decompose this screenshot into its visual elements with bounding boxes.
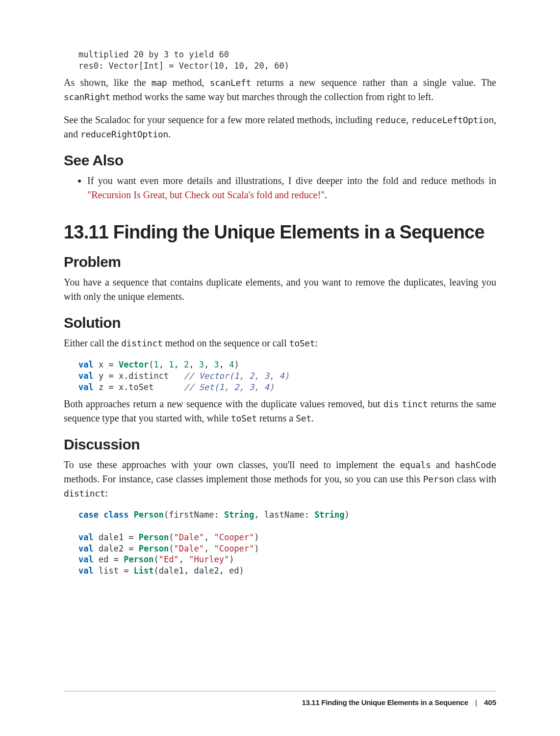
text: methods. For instance, case classes impl… bbox=[64, 473, 423, 484]
text: . bbox=[168, 129, 171, 139]
text: Both approaches return a new sequence wi… bbox=[64, 398, 383, 409]
text: See the Scaladoc for your sequence for a… bbox=[64, 114, 375, 125]
paragraph: To use these approaches with your own cl… bbox=[64, 458, 496, 500]
text: returns a new sequence rather than a sin… bbox=[251, 77, 496, 88]
code-person: Person bbox=[423, 474, 454, 484]
text: As shown, like the bbox=[64, 77, 152, 88]
code-set: Set bbox=[296, 413, 311, 423]
paragraph: Either call the distinct method on the s… bbox=[64, 336, 496, 350]
code-tinct: tinct bbox=[402, 399, 428, 409]
text: : bbox=[105, 488, 108, 499]
text: , bbox=[406, 114, 411, 125]
code-block-person: case class Person(firstName: String, las… bbox=[78, 509, 496, 577]
footer-section-title: 13.11 Finding the Unique Elements in a S… bbox=[302, 698, 468, 707]
text: To use these approaches with your own cl… bbox=[64, 459, 400, 470]
code-reduce: reduce bbox=[375, 115, 406, 125]
code-dis: dis bbox=[383, 399, 399, 409]
bullet-list: If you want even more details and illust… bbox=[64, 174, 496, 202]
page: multiplied 20 by 3 to yield 60 res0: Vec… bbox=[0, 0, 560, 736]
page-number: 405 bbox=[484, 698, 496, 707]
recursion-article-link[interactable]: "Recursion Is Great, but Check out Scala… bbox=[87, 189, 325, 200]
text: Either call the bbox=[64, 338, 121, 348]
code-toset: toSet bbox=[231, 413, 257, 423]
section-title: 13.11 Finding the Unique Elements in a S… bbox=[64, 222, 496, 243]
code-block-distinct: val x = Vector(1, 1, 2, 3, 3, 4) val y =… bbox=[78, 359, 496, 393]
code-hashcode: hashCode bbox=[455, 460, 496, 470]
list-item: If you want even more details and illust… bbox=[87, 174, 496, 202]
paragraph: See the Scaladoc for your sequence for a… bbox=[64, 113, 496, 141]
text: method works the same way but marches th… bbox=[110, 91, 433, 102]
problem-text: You have a sequence that contains duplic… bbox=[64, 275, 496, 304]
code-map: map bbox=[152, 78, 167, 88]
text: : bbox=[315, 338, 318, 348]
text: If you want even more details and illust… bbox=[87, 175, 496, 186]
paragraph: Both approaches return a new sequence wi… bbox=[64, 397, 496, 425]
code-equals: equals bbox=[400, 460, 431, 470]
code-reduceleftoption: reduceLeftOption bbox=[411, 115, 494, 125]
text: class with bbox=[454, 473, 496, 484]
footer-separator: | bbox=[475, 698, 477, 707]
text: method on the sequence or call bbox=[162, 338, 289, 348]
code-scanright: scanRight bbox=[64, 92, 110, 102]
problem-heading: Problem bbox=[64, 254, 496, 270]
see-also-heading: See Also bbox=[64, 152, 496, 169]
text: . bbox=[311, 413, 314, 423]
code-distinct: distinct bbox=[121, 338, 162, 348]
code-toset: toSet bbox=[289, 338, 315, 348]
text: . bbox=[325, 189, 327, 200]
discussion-heading: Discussion bbox=[64, 436, 496, 453]
solution-heading: Solution bbox=[64, 315, 496, 331]
code-distinct: distinct bbox=[64, 488, 105, 499]
code-scanleft: scanLeft bbox=[210, 78, 251, 88]
text: and bbox=[431, 459, 455, 470]
text: method, bbox=[167, 77, 209, 88]
code-block-scanleft: multiplied 20 by 3 to yield 60 res0: Vec… bbox=[78, 49, 496, 72]
code-reducerightoption: reduceRightOption bbox=[80, 129, 168, 139]
text: returns a bbox=[257, 413, 296, 423]
page-footer: 13.11 Finding the Unique Elements in a S… bbox=[64, 691, 496, 707]
paragraph: As shown, like the map method, scanLeft … bbox=[64, 76, 496, 104]
